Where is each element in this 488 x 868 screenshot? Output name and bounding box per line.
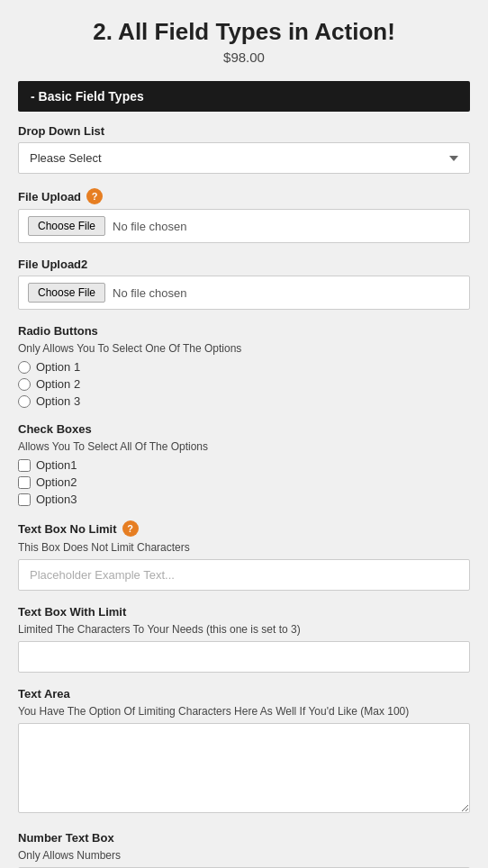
number-text-box-label: Number Text Box [18, 831, 470, 845]
checkboxes-field-group: Check Boxes Allows You To Select All Of … [18, 422, 470, 506]
text-box-no-limit-description: This Box Does Not Limit Characters [18, 541, 470, 554]
file-upload-no-file-text: No file chosen [113, 220, 186, 233]
radio-label-3: Option 3 [36, 394, 80, 408]
radio-input-3[interactable] [18, 395, 31, 408]
radio-buttons-field-group: Radio Buttons Only Allows You To Select … [18, 324, 470, 408]
file-upload-choose-button[interactable]: Choose File [28, 216, 105, 236]
text-box-with-limit-label: Text Box With Limit [18, 605, 470, 619]
number-text-box-description: Only Allows Numbers [18, 849, 470, 862]
page-title: 2. All Field Types in Action! [18, 18, 470, 46]
number-text-box-field-group: Number Text Box Only Allows Numbers [18, 831, 470, 868]
checkbox-item-2[interactable]: Option2 [18, 475, 470, 489]
text-area-label: Text Area [18, 687, 470, 701]
text-box-with-limit-input[interactable] [18, 641, 470, 673]
file-upload2-input-wrapper: Choose File No file chosen [18, 276, 470, 310]
text-area-field-group: Text Area You Have The Option Of Limitin… [18, 687, 470, 817]
text-box-no-limit-help-icon[interactable]: ? [122, 520, 139, 537]
checkbox-input-3[interactable] [18, 493, 31, 506]
text-box-no-limit-input[interactable] [18, 559, 470, 591]
file-upload-label: File Upload ? [18, 188, 470, 204]
file-upload2-choose-button[interactable]: Choose File [28, 283, 105, 303]
checkboxes-label: Check Boxes [18, 422, 470, 436]
text-box-with-limit-field-group: Text Box With Limit Limited The Characte… [18, 605, 470, 673]
file-upload-help-icon[interactable]: ? [86, 188, 103, 204]
dropdown-field-group: Drop Down List Please Select Option 1 Op… [18, 124, 470, 174]
radio-item[interactable]: Option 2 [18, 377, 470, 391]
basic-section-header: - Basic Field Types [18, 81, 470, 112]
text-area-input[interactable] [18, 723, 470, 813]
file-upload2-label: File Upload2 [18, 258, 470, 271]
checkbox-item-1[interactable]: Option1 [18, 458, 470, 472]
checkboxes-description: Allows You To Select All Of The Options [18, 440, 470, 453]
file-upload2-field-group: File Upload2 Choose File No file chosen [18, 258, 470, 310]
file-upload-input-wrapper: Choose File No file chosen [18, 209, 470, 243]
text-box-no-limit-field-group: Text Box No Limit ? This Box Does Not Li… [18, 520, 470, 591]
dropdown-select[interactable]: Please Select Option 1 Option 2 Option 3 [18, 142, 470, 174]
radio-buttons-description: Only Allows You To Select One Of The Opt… [18, 342, 470, 355]
checkbox-input-1[interactable] [18, 459, 31, 472]
checkbox-item-3[interactable]: Option3 [18, 493, 470, 506]
radio-label-1: Option 1 [36, 360, 80, 374]
radio-item[interactable]: Option 1 [18, 360, 470, 374]
radio-item[interactable]: Option 3 [18, 394, 470, 408]
checkbox-input-2[interactable] [18, 476, 31, 489]
text-area-description: You Have The Option Of Limiting Characte… [18, 705, 470, 718]
text-box-no-limit-label: Text Box No Limit ? [18, 520, 470, 537]
file-upload2-no-file-text: No file chosen [113, 286, 186, 300]
file-upload-field-group: File Upload ? Choose File No file chosen [18, 188, 470, 243]
radio-input-1[interactable] [18, 361, 31, 374]
checkbox-label-1: Option1 [36, 458, 77, 472]
checkbox-label-2: Option2 [36, 475, 77, 489]
page-price: $98.00 [18, 50, 470, 65]
radio-group: Option 1 Option 2 Option 3 [18, 360, 470, 408]
radio-buttons-label: Radio Buttons [18, 324, 470, 338]
checkbox-label-3: Option3 [36, 493, 77, 506]
dropdown-label: Drop Down List [18, 124, 470, 138]
text-box-with-limit-description: Limited The Characters To Your Needs (th… [18, 623, 470, 636]
radio-input-2[interactable] [18, 378, 31, 391]
radio-label-2: Option 2 [36, 377, 80, 391]
checkbox-group: Option1 Option2 Option3 [18, 458, 470, 506]
